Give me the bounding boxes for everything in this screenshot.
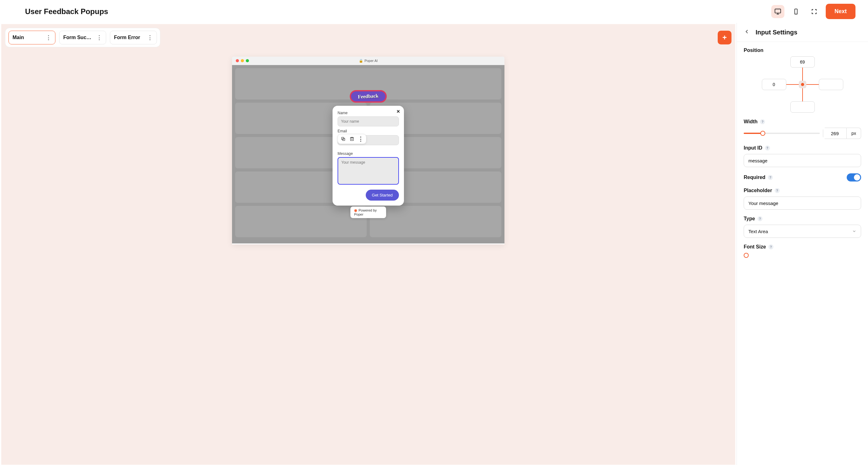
required-label: Required ? (744, 175, 773, 180)
next-button[interactable]: Next (826, 4, 856, 19)
type-select-value: Text Area (748, 229, 768, 234)
settings-sidebar: Input Settings Position (737, 23, 868, 465)
browser-bar: 🔒Poper AI (232, 57, 504, 65)
position-top-field[interactable] (790, 60, 814, 64)
type-label: Type ? (744, 216, 861, 222)
position-line (786, 84, 799, 85)
help-icon[interactable]: ? (760, 119, 765, 124)
page-title: User Feedback Popups (25, 7, 108, 16)
position-line (802, 68, 803, 81)
input-id-field[interactable] (744, 154, 861, 167)
more-button[interactable]: ⋮ (358, 136, 364, 142)
device-desktop-button[interactable] (771, 5, 784, 18)
tab-form-error[interactable]: Form Error ⋮ (110, 31, 157, 44)
monitor-icon (774, 8, 781, 15)
width-slider[interactable] (744, 130, 820, 136)
more-vertical-icon: ⋮ (358, 135, 364, 142)
font-size-label: Font Size ? (744, 244, 861, 250)
tab-form-success[interactable]: Form Success ⋮ (59, 31, 106, 44)
element-toolbar: ⋮ (338, 134, 366, 144)
main-layout: Main ⋮ Form Success ⋮ Form Error ⋮ + (0, 23, 868, 465)
more-vertical-icon[interactable]: ⋮ (147, 34, 153, 41)
slider-thumb[interactable] (744, 253, 749, 258)
field-label-name: Name (338, 111, 399, 115)
device-mobile-button[interactable] (789, 5, 803, 18)
width-label: Width ? (744, 119, 861, 125)
feedback-badge-text: Feedback (358, 93, 379, 100)
position-line (802, 88, 803, 101)
duplicate-button[interactable] (340, 136, 346, 142)
chevron-left-icon (744, 29, 750, 35)
smartphone-icon (793, 8, 799, 15)
placeholder-label-text: Placeholder (744, 188, 772, 193)
message-textarea[interactable] (338, 157, 399, 185)
topbar-actions: Next (771, 4, 856, 19)
help-icon[interactable]: ? (768, 175, 773, 180)
get-started-button[interactable]: Get Started (366, 190, 399, 201)
tabs-bar: Main ⋮ Form Success ⋮ Form Error ⋮ + (5, 28, 732, 47)
font-size-slider[interactable] (744, 253, 861, 258)
add-tab-button[interactable]: + (718, 31, 732, 44)
feedback-popup[interactable]: Feedback ✕ Name Email (333, 106, 404, 206)
position-label: Position (744, 47, 861, 53)
input-id-label: Input ID ? (744, 145, 861, 151)
position-label-text: Position (744, 47, 764, 53)
maximize-icon (811, 9, 817, 14)
feedback-badge: Feedback (350, 90, 387, 103)
position-right-input[interactable] (819, 79, 843, 90)
position-center-button[interactable] (799, 81, 806, 88)
powered-by-badge[interactable]: ◉Powered by Poper (350, 206, 386, 218)
sidebar-body: Position (737, 42, 868, 264)
type-select[interactable]: Text Area (744, 225, 861, 238)
top-bar: User Feedback Popups Next (0, 0, 868, 23)
help-icon[interactable]: ? (775, 188, 780, 193)
placeholder-field[interactable] (744, 197, 861, 210)
width-label-text: Width (744, 119, 757, 125)
tab-label: Form Error (114, 35, 140, 40)
lock-icon: 🔒 (359, 59, 363, 63)
svg-rect-7 (350, 138, 353, 140)
help-icon[interactable]: ? (757, 216, 763, 221)
chevron-down-icon (852, 229, 857, 233)
width-value-field[interactable] (823, 128, 846, 139)
type-label-text: Type (744, 216, 755, 222)
sidebar-title: Input Settings (755, 29, 797, 36)
width-value-input[interactable] (823, 128, 847, 139)
popup-close-button[interactable]: ✕ (396, 109, 400, 114)
placeholder-label: Placeholder ? (744, 188, 861, 193)
trash-icon (349, 136, 354, 141)
position-line (806, 84, 819, 85)
position-widget (762, 56, 843, 113)
svg-rect-3 (795, 9, 797, 14)
more-vertical-icon[interactable]: ⋮ (96, 34, 102, 41)
position-right-field[interactable] (819, 82, 843, 87)
help-icon[interactable]: ? (765, 145, 770, 151)
delete-button[interactable] (349, 136, 355, 142)
name-input[interactable] (338, 117, 399, 126)
canvas-area: Main ⋮ Form Success ⋮ Form Error ⋮ + (1, 24, 735, 465)
browser-title-text: Poper AI (365, 59, 378, 63)
position-left-input[interactable] (762, 79, 786, 90)
required-toggle[interactable] (847, 173, 861, 181)
position-left-field[interactable] (762, 82, 786, 87)
position-top-input[interactable] (790, 56, 815, 68)
field-label-email: Email (338, 129, 399, 133)
placeholder-block (235, 206, 367, 237)
powered-by-text: Powered by Poper (354, 208, 377, 216)
tab-label: Main (12, 35, 24, 40)
help-icon[interactable]: ? (768, 244, 773, 250)
back-button[interactable] (744, 29, 750, 36)
fullscreen-button[interactable] (808, 5, 821, 18)
preview-body[interactable]: Feedback ✕ Name Email (232, 65, 504, 243)
copy-icon (341, 136, 346, 141)
width-unit[interactable]: px (847, 128, 861, 139)
tab-label: Form Success (63, 35, 93, 40)
required-label-text: Required (744, 175, 765, 180)
slider-thumb[interactable] (760, 131, 765, 136)
tab-main[interactable]: Main ⋮ (8, 31, 55, 44)
more-vertical-icon[interactable]: ⋮ (46, 34, 51, 41)
preview-window: 🔒Poper AI Feedback ✕ Name (232, 57, 504, 244)
position-bottom-input[interactable] (790, 101, 815, 113)
position-bottom-field[interactable] (790, 104, 814, 109)
tabs-row: Main ⋮ Form Success ⋮ Form Error ⋮ (5, 28, 160, 47)
